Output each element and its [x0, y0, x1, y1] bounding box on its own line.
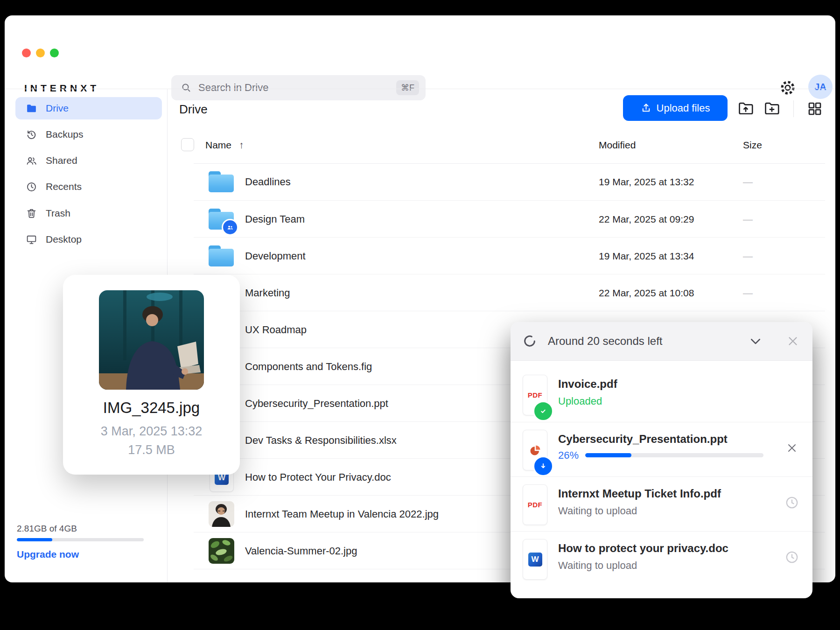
- storage-progress-bar: [17, 538, 144, 541]
- minimize-window-button[interactable]: [36, 49, 45, 57]
- sidebar-item-trash[interactable]: Trash: [15, 202, 162, 224]
- preview-date: 3 Mar, 2025 13:32: [63, 424, 240, 439]
- search-input[interactable]: [197, 81, 396, 94]
- preview-filesize: 17.5 MB: [63, 443, 240, 457]
- monitor-icon: [26, 234, 37, 245]
- desktop-background: INTERNXT ⌘F JA Drive: [0, 0, 840, 630]
- upload-item: Cybersecurity_Presentation.ppt 26%: [511, 422, 812, 477]
- upload-percent: 26%: [558, 449, 579, 462]
- sidebar-item-shared[interactable]: Shared: [15, 149, 162, 172]
- upload-item: W How to protect your privacy.doc Waitin…: [511, 531, 812, 586]
- upload-folder-button[interactable]: [736, 99, 755, 118]
- sidebar-item-desktop[interactable]: Desktop: [15, 228, 162, 251]
- folder-icon: [209, 245, 234, 266]
- folder-icon: [26, 103, 37, 114]
- upload-progress-fill: [585, 453, 631, 457]
- word-doc-icon: W: [523, 539, 547, 580]
- upload-icon: [641, 103, 651, 113]
- sidebar-item-drive[interactable]: Drive: [15, 97, 162, 119]
- table-row[interactable]: Marketing 22 Mar, 2025 at 10:08 —: [194, 274, 825, 311]
- table-row[interactable]: Deadlines 19 Mar, 2025 at 13:32 —: [194, 163, 825, 200]
- column-header-name[interactable]: Name ↑: [205, 140, 244, 151]
- table-row[interactable]: Design Team 22 Mar, 2025 at 09:29 —: [194, 200, 825, 238]
- trash-icon: [26, 208, 37, 219]
- select-all-checkbox[interactable]: [181, 138, 194, 151]
- collapse-panel-button[interactable]: [746, 334, 765, 348]
- toolbar-separator: [793, 100, 794, 117]
- uploaded-check-icon: [533, 401, 553, 421]
- photo-thumbnail: [209, 538, 234, 564]
- internxt-logo: INTERNXT: [24, 83, 99, 94]
- history-icon: [26, 129, 37, 140]
- column-header-size[interactable]: Size: [743, 140, 762, 151]
- gear-icon: [779, 79, 796, 96]
- search-bar[interactable]: ⌘F: [171, 75, 426, 100]
- zoom-window-button[interactable]: [50, 49, 59, 57]
- upgrade-now-link[interactable]: Upgrade now: [17, 549, 79, 560]
- preview-filename: IMG_3245.jpg: [63, 399, 240, 417]
- chevron-down-icon: [749, 334, 763, 348]
- sidebar-item-label: Trash: [46, 208, 70, 219]
- close-icon: [786, 334, 800, 348]
- photo-thumbnail: [209, 501, 234, 527]
- upload-item: PDF Invoice.pdf Uploaded: [511, 367, 812, 422]
- sidebar-item-label: Desktop: [46, 234, 82, 245]
- upload-files-label: Upload files: [657, 102, 710, 114]
- shared-badge-icon: [222, 219, 238, 236]
- people-icon: [26, 155, 37, 167]
- upload-item: PDF Internxt Meetup Ticket Info.pdf Wait…: [511, 476, 812, 532]
- settings-button[interactable]: [778, 78, 797, 97]
- table-row[interactable]: Development 19 Mar, 2025 at 13:34 —: [194, 237, 825, 274]
- close-window-button[interactable]: [22, 49, 31, 57]
- file-preview-card: IMG_3245.jpg 3 Mar, 2025 13:32 17.5 MB: [63, 275, 240, 475]
- sidebar-item-label: Shared: [46, 155, 77, 166]
- preview-photo: [99, 290, 204, 390]
- upload-panel-header: Around 20 seconds left: [511, 322, 812, 361]
- grid-view-toggle[interactable]: [805, 99, 824, 118]
- header-divider: [5, 89, 835, 89]
- waiting-clock-icon: [784, 495, 800, 511]
- sort-ascending-arrow: ↑: [239, 140, 244, 150]
- upload-eta-label: Around 20 seconds left: [548, 335, 663, 348]
- search-shortcut-badge: ⌘F: [396, 80, 419, 95]
- storage-usage-label: 2.81GB of 4GB: [17, 524, 77, 534]
- downloading-arrow-icon: [533, 456, 553, 476]
- pdf-file-icon: PDF: [523, 484, 547, 525]
- cancel-upload-button[interactable]: [784, 440, 800, 456]
- upload-status: Waiting to upload: [558, 505, 637, 517]
- shared-folder-icon: [209, 209, 234, 230]
- storage-progress-fill: [17, 538, 52, 541]
- close-icon: [785, 441, 798, 455]
- clock-icon: [26, 181, 37, 193]
- search-icon: [181, 82, 192, 93]
- column-header-modified[interactable]: Modified: [599, 140, 636, 151]
- sidebar-item-label: Recents: [46, 181, 82, 192]
- sidebar-item-backups[interactable]: Backups: [15, 123, 162, 146]
- upload-files-button[interactable]: Upload files: [623, 95, 728, 121]
- page-title: Drive: [179, 102, 208, 117]
- close-panel-button[interactable]: [784, 334, 802, 348]
- create-folder-button[interactable]: [763, 99, 781, 118]
- waiting-clock-icon: [784, 549, 800, 565]
- upload-progress-panel: Around 20 seconds left PDF Invoice.pdf U…: [511, 322, 812, 598]
- upload-status: Uploaded: [558, 395, 602, 407]
- sidebar-item-recents[interactable]: Recents: [15, 175, 162, 198]
- upload-status: Waiting to upload: [558, 560, 637, 572]
- sidebar-item-label: Drive: [46, 103, 69, 114]
- user-avatar[interactable]: JA: [808, 75, 833, 99]
- grid-view-icon: [806, 100, 823, 117]
- folder-icon: [209, 171, 234, 192]
- upload-progress-bar: [585, 453, 763, 457]
- sidebar-item-label: Backups: [46, 129, 84, 140]
- folder-plus-icon: [763, 100, 781, 118]
- spinner-icon: [523, 334, 537, 348]
- folder-upload-icon: [737, 100, 755, 118]
